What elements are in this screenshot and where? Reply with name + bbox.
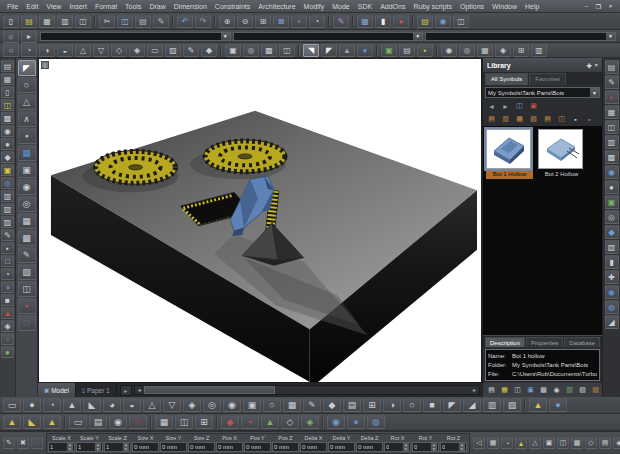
library-title-bar[interactable]: Library ✚ × bbox=[483, 58, 602, 72]
properties-icon[interactable]: ◫ bbox=[453, 15, 469, 28]
print-icon[interactable]: ▥ bbox=[57, 15, 73, 28]
snap-grid2-icon[interactable]: ● bbox=[1, 138, 14, 150]
paste-icon[interactable]: ▤ bbox=[135, 15, 151, 28]
spline-tool-icon[interactable]: ◇ bbox=[111, 44, 127, 57]
snap-angle-icon[interactable]: ✎ bbox=[1, 229, 14, 241]
menu-item-view[interactable]: View bbox=[42, 2, 65, 11]
pan-icon[interactable]: ▫ bbox=[291, 15, 307, 28]
field-input[interactable]: 0 mm bbox=[356, 442, 383, 452]
lib-tool-5-icon[interactable]: ▩ bbox=[538, 385, 549, 395]
menu-item-options[interactable]: Options bbox=[456, 2, 488, 11]
snap-vertex-icon[interactable]: ▤ bbox=[1, 60, 14, 72]
scrollbar-thumb[interactable] bbox=[144, 386, 275, 394]
box-flat-icon[interactable]: ▥ bbox=[605, 135, 619, 149]
field-input[interactable]: 0 mm bbox=[328, 442, 355, 452]
minimize-button[interactable]: – bbox=[582, 3, 591, 10]
tool-orb-blue-icon[interactable]: ● bbox=[549, 398, 567, 412]
prim-hatch-icon[interactable]: ▨ bbox=[503, 398, 521, 412]
prim-cone-icon[interactable]: ▲ bbox=[63, 398, 81, 412]
hatch-info-icon[interactable]: ▩ bbox=[571, 437, 583, 449]
polygon-tool-icon[interactable]: △ bbox=[75, 44, 91, 57]
point-tool-icon[interactable]: ▪ bbox=[18, 128, 36, 144]
spinner-arrow-icon[interactable]: ▾ bbox=[95, 447, 101, 451]
snap-arc2-icon[interactable]: ◔ bbox=[1, 268, 14, 280]
render-icon[interactable]: ◉ bbox=[441, 44, 457, 57]
field-input[interactable]: 0 mm bbox=[132, 442, 159, 452]
field-input[interactable]: 0▴▾ bbox=[412, 442, 439, 452]
menu-item-ruby-scripts[interactable]: Ruby scripts bbox=[409, 2, 456, 11]
snap-middle-icon[interactable]: ▦ bbox=[1, 73, 14, 85]
mouse-mode-icon[interactable]: ▮ bbox=[375, 15, 391, 28]
restore-button[interactable]: ❐ bbox=[594, 3, 603, 10]
snap-tangent-icon[interactable]: ▥ bbox=[1, 190, 14, 202]
lib-tool-3-icon[interactable]: ◫ bbox=[512, 385, 523, 395]
gray-diamond-icon[interactable]: ◇ bbox=[281, 415, 299, 429]
lib-tool-1-icon[interactable]: ▤ bbox=[486, 385, 497, 395]
panel-b-icon[interactable]: ◫ bbox=[175, 415, 193, 429]
prim-corner-a-icon[interactable]: ◤ bbox=[443, 398, 461, 412]
pin-icon[interactable]: ✚ bbox=[586, 62, 591, 69]
spinner[interactable]: ▴▾ bbox=[403, 443, 409, 451]
scroll-right-icon[interactable]: ► bbox=[470, 386, 479, 394]
snap-perp-icon[interactable]: ▧ bbox=[1, 203, 14, 215]
lib-tool-6-icon[interactable]: ◉ bbox=[551, 385, 562, 395]
scroll-left-icon[interactable]: ◄ bbox=[135, 386, 144, 394]
orbit-tool-icon[interactable]: ◎ bbox=[18, 196, 36, 212]
tab-paper-1[interactable]: ▯ Paper 1 bbox=[76, 383, 117, 397]
gem-icon[interactable]: ◈ bbox=[301, 415, 319, 429]
panel-a-icon[interactable]: ▦ bbox=[155, 415, 173, 429]
cut-icon[interactable]: ✂ bbox=[99, 15, 115, 28]
menu-item-tools[interactable]: Tools bbox=[121, 2, 145, 11]
menu-item-architecture[interactable]: Architecture bbox=[254, 2, 299, 11]
spinner-arrow-icon[interactable]: ▾ bbox=[459, 447, 465, 451]
field-input[interactable]: 1▴▾ bbox=[48, 442, 75, 452]
network-tool-icon[interactable]: ◫ bbox=[18, 281, 36, 297]
blue-orb-b-icon[interactable]: ● bbox=[347, 415, 365, 429]
prim-funnel-icon[interactable]: ▽ bbox=[163, 398, 181, 412]
prim-mesh-icon[interactable]: ▦ bbox=[283, 398, 301, 412]
target-icon[interactable]: ◉ bbox=[605, 285, 619, 299]
chevron-down-icon[interactable]: ▼ bbox=[413, 33, 422, 40]
field-input[interactable]: 1▴▾ bbox=[104, 442, 131, 452]
gem-blue-icon[interactable]: ◆ bbox=[605, 225, 619, 239]
spinner[interactable]: ▴▾ bbox=[459, 443, 465, 451]
field-input[interactable]: 0▴▾ bbox=[440, 442, 467, 452]
snap-grid-icon[interactable]: ▦ bbox=[357, 15, 373, 28]
help-sphere-icon[interactable]: ◍ bbox=[605, 300, 619, 314]
boolean-subtract-icon[interactable]: ◣ bbox=[23, 415, 41, 429]
circle-tool-icon[interactable]: ○ bbox=[3, 44, 19, 57]
prim-half-icon[interactable]: ◑ bbox=[383, 398, 401, 412]
chevron-down-icon[interactable]: ▼ bbox=[221, 33, 230, 40]
horizontal-scrollbar[interactable]: ◄ ► bbox=[134, 385, 480, 395]
menu-item-constraints[interactable]: Constraints bbox=[211, 2, 254, 11]
grid-tool-icon[interactable]: ▦ bbox=[18, 213, 36, 229]
sheet-info-icon[interactable]: ▤ bbox=[599, 437, 611, 449]
frame-a-icon[interactable]: ▭ bbox=[69, 415, 87, 429]
box-grid-icon[interactable]: ▩ bbox=[605, 150, 619, 164]
style-combo-1[interactable]: ▼ bbox=[40, 32, 231, 41]
box-stack-icon[interactable]: ▦ bbox=[605, 105, 619, 119]
ellipse-tool-icon[interactable]: ◔ bbox=[21, 44, 37, 57]
field-input[interactable]: 0 mm bbox=[216, 442, 243, 452]
menu-item-modify[interactable]: Modify bbox=[300, 2, 329, 11]
menu-item-dimension[interactable]: Dimension bbox=[170, 2, 211, 11]
workspace-icon[interactable]: ▤ bbox=[417, 15, 433, 28]
sphere-blue-icon[interactable]: ◉ bbox=[605, 165, 619, 179]
spinner-arrow-icon[interactable]: ▾ bbox=[403, 447, 409, 451]
prim-sheet-icon[interactable]: ▥ bbox=[483, 398, 501, 412]
sphere-3d-icon[interactable]: ● bbox=[357, 44, 373, 57]
snap-polar-icon[interactable]: ◎ bbox=[1, 177, 14, 189]
prim-gem-icon[interactable]: ◈ bbox=[183, 398, 201, 412]
lib-tool-7-icon[interactable]: ▥ bbox=[564, 385, 575, 395]
ball-gray-icon[interactable]: ◎ bbox=[605, 210, 619, 224]
snap-ortho-icon[interactable]: ▣ bbox=[1, 164, 14, 176]
light-icon[interactable]: ◎ bbox=[459, 44, 475, 57]
palette-icon[interactable]: ▤ bbox=[605, 60, 619, 74]
view-top-icon[interactable]: ⊞ bbox=[513, 44, 529, 57]
eye-tool-icon[interactable]: ◉ bbox=[18, 179, 36, 195]
style-combo-2[interactable]: ▼ bbox=[233, 32, 424, 41]
prim-panel-icon[interactable]: ▣ bbox=[243, 398, 261, 412]
empty-slot-icon[interactable]: □ bbox=[18, 315, 36, 331]
prim-torus-icon[interactable]: ◕ bbox=[103, 398, 121, 412]
close-button[interactable]: × bbox=[606, 3, 615, 10]
